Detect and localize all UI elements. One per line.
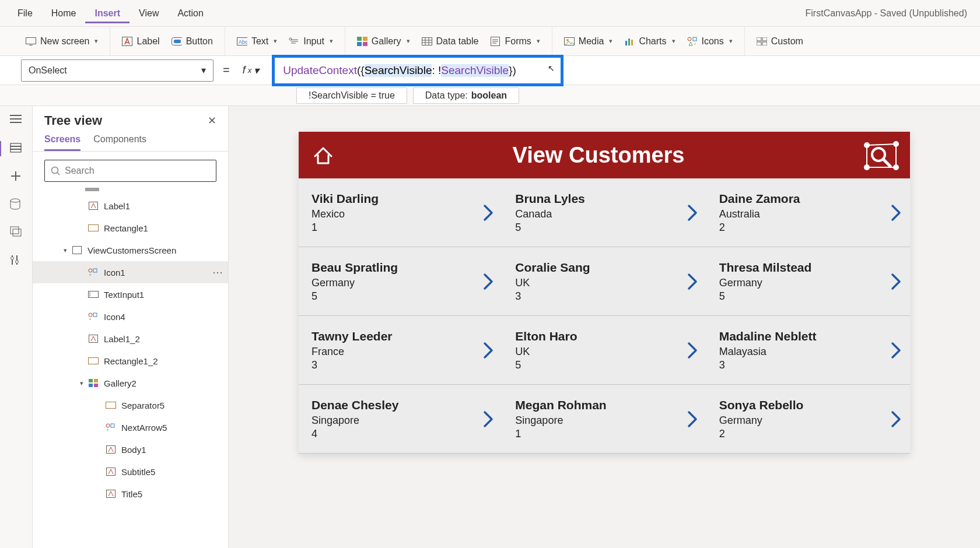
gallery-card[interactable]: Sonya Rebello Germany 2 bbox=[706, 385, 910, 454]
card-country: Malayasia bbox=[719, 346, 817, 358]
text-button[interactable]: Abc Text▾ bbox=[233, 34, 281, 49]
gallery-card[interactable]: Megan Rohman Singapore 1 bbox=[502, 385, 706, 454]
add-icon[interactable] bbox=[10, 170, 23, 183]
chevron-down-icon[interactable]: ▾ bbox=[61, 247, 70, 254]
chevron-right-icon[interactable] bbox=[685, 203, 699, 222]
icons-button[interactable]: + Icons▾ bbox=[684, 34, 736, 49]
label-button[interactable]: Label bbox=[118, 34, 163, 49]
menu-insert[interactable]: Insert bbox=[85, 3, 130, 23]
tree-view-icon[interactable] bbox=[10, 142, 23, 155]
svg-text:Abc: Abc bbox=[239, 39, 247, 45]
button-button[interactable]: Button bbox=[168, 34, 216, 49]
card-number: 3 bbox=[515, 290, 590, 303]
card-number: 2 bbox=[719, 428, 804, 440]
tree-node-rectangle1[interactable]: Rectangle1 bbox=[33, 217, 228, 239]
svg-rect-55 bbox=[73, 247, 82, 254]
label-icon bbox=[88, 201, 99, 210]
card-name: Tawny Leeder bbox=[312, 329, 393, 343]
menu-action[interactable]: Action bbox=[168, 3, 212, 23]
menu-file[interactable]: File bbox=[8, 3, 42, 23]
tree-node-viewcustomers[interactable]: ▾ViewCustomersScreen bbox=[33, 239, 228, 261]
close-icon[interactable]: ✕ bbox=[208, 114, 216, 127]
tree-node-nextarrow5[interactable]: +NextArrow5 bbox=[33, 416, 228, 438]
label-icon bbox=[105, 467, 117, 476]
tree-node-body1[interactable]: Body1 bbox=[33, 438, 228, 461]
gallery-card[interactable]: Beau Spratling Germany 5 bbox=[299, 247, 502, 316]
chevron-right-icon[interactable] bbox=[889, 341, 903, 360]
chevron-right-icon[interactable] bbox=[685, 272, 699, 291]
chevron-down-icon: ▾ bbox=[274, 37, 277, 45]
tab-screens[interactable]: Screens bbox=[44, 134, 80, 151]
chevron-down-icon[interactable]: ▾ bbox=[77, 380, 86, 387]
svg-rect-35 bbox=[762, 42, 767, 45]
tree-node-icon4[interactable]: +Icon4 bbox=[33, 305, 228, 328]
formula-input[interactable]: UpdateContext({SearchVisible: !SearchVis… bbox=[272, 55, 564, 86]
chevron-right-icon[interactable] bbox=[685, 341, 699, 360]
chevron-right-icon[interactable] bbox=[889, 203, 903, 222]
svg-text:+: + bbox=[89, 272, 92, 276]
data-icon[interactable] bbox=[10, 198, 23, 211]
chevron-right-icon[interactable] bbox=[889, 272, 903, 291]
datatable-button[interactable]: Data table bbox=[418, 34, 482, 49]
collapse-icon[interactable] bbox=[85, 188, 99, 191]
home-icon[interactable] bbox=[312, 143, 335, 167]
tree-node-label1[interactable]: Label1 bbox=[33, 195, 228, 217]
more-icon[interactable]: ⋯ bbox=[212, 266, 223, 279]
chevron-right-icon[interactable] bbox=[481, 410, 495, 428]
property-select[interactable]: OnSelect ▾ bbox=[21, 59, 214, 82]
chevron-down-icon: ▾ bbox=[729, 37, 733, 45]
gallery-card[interactable]: Daine Zamora Australia 2 bbox=[706, 178, 910, 247]
menu-home[interactable]: Home bbox=[42, 3, 86, 23]
tools-icon[interactable] bbox=[10, 254, 23, 267]
tab-components[interactable]: Components bbox=[93, 134, 146, 151]
tree-node-label1_2[interactable]: Label1_2 bbox=[33, 328, 228, 350]
gallery-card[interactable]: Elton Haro UK 5 bbox=[502, 316, 706, 385]
chevron-right-icon[interactable] bbox=[481, 203, 495, 222]
chevron-down-icon: ▾ bbox=[407, 37, 410, 45]
rectangle-icon bbox=[105, 401, 117, 410]
label-label: Label bbox=[136, 36, 159, 47]
gallery-card[interactable]: Viki Darling Mexico 1 bbox=[299, 178, 502, 247]
search-graph-icon[interactable] bbox=[862, 140, 897, 170]
chevron-right-icon[interactable] bbox=[685, 410, 699, 428]
gallery-card[interactable]: Coralie Sang UK 3 bbox=[502, 247, 706, 316]
card-number: 5 bbox=[312, 290, 398, 303]
tree-node-rectangle1_2[interactable]: Rectangle1_2 bbox=[33, 350, 228, 372]
charts-button[interactable]: Charts▾ bbox=[621, 34, 678, 49]
gallery-button[interactable]: Gallery▾ bbox=[354, 34, 414, 49]
tree-node-subtitle5[interactable]: Subtitle5 bbox=[33, 461, 228, 483]
chevron-right-icon[interactable] bbox=[481, 272, 495, 291]
media-button[interactable]: Media▾ bbox=[561, 34, 617, 49]
chevron-right-icon[interactable] bbox=[481, 341, 495, 360]
forms-button[interactable]: Forms▾ bbox=[487, 34, 543, 49]
tree-node-title5[interactable]: Title5 bbox=[33, 483, 228, 505]
icon-icon: + bbox=[105, 423, 117, 432]
svg-line-52 bbox=[57, 173, 60, 175]
card-name: Sonya Rebello bbox=[719, 398, 804, 412]
fx-icon[interactable]: fx▾ bbox=[239, 64, 263, 77]
hamburger-icon[interactable] bbox=[10, 114, 23, 127]
new-screen-button[interactable]: New screen ▾ bbox=[22, 34, 102, 49]
gallery-card[interactable]: Tawny Leeder France 3 bbox=[299, 316, 502, 385]
gallery-card[interactable]: Thresa Milstead Germany 5 bbox=[706, 247, 910, 316]
tree-node-icon1[interactable]: +Icon1⋯ bbox=[33, 261, 228, 283]
input-button[interactable]: Input▾ bbox=[285, 34, 337, 49]
menu-view[interactable]: View bbox=[130, 3, 168, 23]
gallery-card[interactable]: Madaline Neblett Malayasia 3 bbox=[706, 316, 910, 385]
tree-node-gallery2[interactable]: ▾Gallery2 bbox=[33, 372, 228, 394]
media-rail-icon[interactable] bbox=[10, 226, 23, 239]
chevron-right-icon[interactable] bbox=[889, 410, 903, 428]
icon-icon: + bbox=[88, 312, 99, 321]
card-name: Viki Darling bbox=[312, 192, 379, 206]
tree-search[interactable] bbox=[44, 160, 216, 182]
tree-node-separator5[interactable]: Separator5 bbox=[33, 394, 228, 416]
gallery-card[interactable]: Bruna Lyles Canada 5 bbox=[502, 178, 706, 247]
tree-search-input[interactable] bbox=[65, 166, 210, 176]
gallery: Viki Darling Mexico 1 Bruna Lyles Canada… bbox=[299, 178, 910, 454]
cursor-icon: ↖ bbox=[548, 64, 555, 73]
gallery-card[interactable]: Denae Chesley Singapore 4 bbox=[299, 385, 502, 454]
label-icon bbox=[105, 445, 117, 454]
custom-button[interactable]: Custom bbox=[753, 34, 807, 49]
tree-node-textinput1[interactable]: TextInput1 bbox=[33, 283, 228, 305]
canvas[interactable]: View Customers Viki Darling Mexic bbox=[229, 106, 980, 548]
